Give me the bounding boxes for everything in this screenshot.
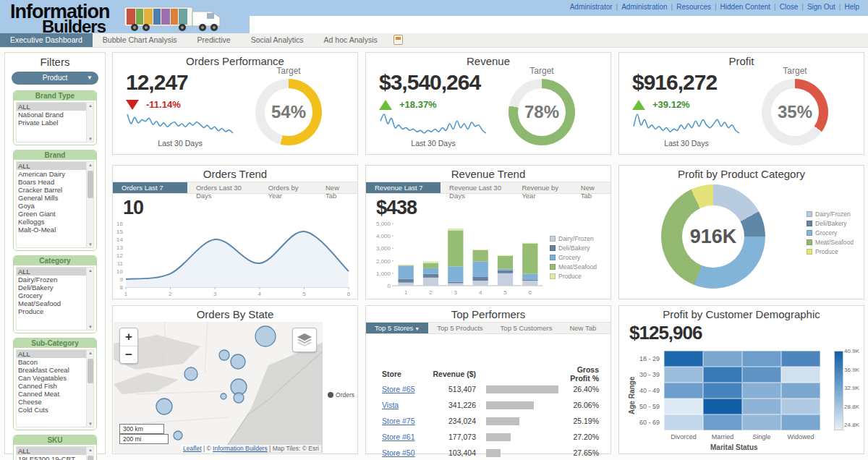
orders-trend-tab[interactable]: Orders Last 30 Days: [187, 182, 260, 193]
list-item[interactable]: ALL: [17, 268, 93, 276]
list-item[interactable]: Private Label: [17, 119, 93, 127]
heatmap-cell[interactable]: [742, 367, 781, 383]
heatmap-cell[interactable]: [664, 367, 703, 383]
list-item[interactable]: Can Vegatables: [17, 374, 93, 382]
store-link[interactable]: Store #65: [382, 385, 430, 393]
list-item[interactable]: Boars Head: [17, 178, 93, 186]
store-link[interactable]: Store #50: [382, 448, 430, 457]
heatmap-cell[interactable]: [703, 367, 742, 383]
list-item[interactable]: General Mills: [17, 194, 93, 202]
list-item[interactable]: ALL: [17, 350, 93, 358]
scroll-up-icon[interactable]: ▲: [88, 268, 93, 273]
list-item[interactable]: American Dairy: [17, 170, 93, 178]
tab-bubble-chart-analysis[interactable]: Bubble Chart Analysis: [93, 33, 187, 47]
heatmap-cell[interactable]: [664, 383, 703, 399]
revenue-trend-tab[interactable]: Revenue Last 7 Days ▼: [366, 182, 441, 193]
revenue-trend-tab[interactable]: Revenue Last 30 Days: [441, 182, 513, 193]
list-item[interactable]: Produce: [17, 307, 93, 315]
list-item[interactable]: Malt-O-Meal: [17, 226, 93, 234]
heatmap-cell[interactable]: [742, 383, 781, 399]
listbox-scrollbar[interactable]: ▲▼: [86, 350, 93, 427]
top-performers-tab[interactable]: Top 5 Products: [428, 323, 491, 333]
store-link[interactable]: Vista: [382, 401, 430, 409]
order-bubble[interactable]: [221, 393, 226, 399]
list-item[interactable]: ALL: [17, 162, 93, 170]
orders-trend-tab[interactable]: Orders Last 7 Days ▼: [113, 182, 187, 193]
list-item[interactable]: ALL: [17, 447, 93, 455]
store-link[interactable]: Store #75: [382, 417, 430, 425]
list-item[interactable]: Cheese: [17, 398, 93, 406]
header-link-close[interactable]: Close: [778, 3, 800, 11]
tab-predictive[interactable]: Predictive: [187, 33, 241, 47]
listbox-scrollbar[interactable]: ▲▼: [86, 162, 93, 247]
list-item[interactable]: Meat/Seafood: [17, 299, 93, 307]
header-link-sign-out[interactable]: Sign Out: [806, 3, 837, 11]
scrollbar-thumb[interactable]: [88, 456, 93, 460]
list-item[interactable]: ALL: [17, 103, 93, 111]
list-item[interactable]: Green Giant: [17, 210, 93, 218]
revenue-trend-tab[interactable]: Revenue by Year: [513, 182, 571, 193]
scroll-down-icon[interactable]: ▼: [88, 325, 93, 329]
tab-ad-hoc-analysis[interactable]: Ad hoc Analysis: [314, 33, 388, 47]
listbox-scrollbar[interactable]: ▲▼: [86, 447, 93, 460]
top-performers-tab[interactable]: Top 5 Stores ▼: [366, 323, 428, 333]
order-bubble[interactable]: [219, 350, 229, 360]
header-link-hidden-content[interactable]: Hidden Content: [719, 3, 773, 11]
heatmap-cell[interactable]: [664, 399, 703, 414]
heatmap-cell[interactable]: [781, 414, 820, 430]
filter-listbox[interactable]: ALLNational BrandPrivate Label▲▼: [16, 102, 94, 142]
list-item[interactable]: Goya: [17, 202, 93, 210]
list-item[interactable]: Cracker Barrel: [17, 186, 93, 194]
store-link[interactable]: Store #61: [382, 433, 430, 441]
heatmap-cell[interactable]: [664, 351, 703, 367]
scroll-down-icon[interactable]: ▼: [88, 137, 93, 141]
filter-listbox[interactable]: ALLDairy/FrozenDeli/BakeryGroceryMeat/Se…: [16, 267, 94, 331]
tab-social-analytics[interactable]: Social Analytics: [241, 33, 314, 47]
orders-trend-tab[interactable]: New Tab: [317, 182, 357, 193]
header-link-help[interactable]: Help: [843, 3, 861, 11]
order-bubble[interactable]: [174, 431, 182, 440]
scroll-up-icon[interactable]: ▲: [88, 163, 93, 167]
zoom-in-button[interactable]: +: [120, 328, 137, 346]
header-link-resources[interactable]: Resources: [675, 3, 712, 11]
scroll-up-icon[interactable]: ▲: [88, 448, 93, 452]
product-dropdown[interactable]: Product ▼: [12, 72, 98, 85]
list-item[interactable]: Bacon: [17, 358, 93, 366]
heatmap-cell[interactable]: [781, 383, 820, 399]
list-item[interactable]: Canned Meat: [17, 390, 93, 398]
order-bubble[interactable]: [255, 326, 276, 346]
header-link-administration[interactable]: Administration: [620, 3, 668, 11]
heatmap-cell[interactable]: [781, 367, 820, 383]
order-bubble[interactable]: [184, 367, 197, 380]
list-item[interactable]: 19LE5300 19-CRT: [17, 455, 93, 460]
list-item[interactable]: National Brand: [17, 111, 93, 119]
orders-trend-tab[interactable]: Orders by Year: [260, 182, 317, 193]
map-canvas[interactable]: +−300 km200 miLeaflet | © Information Bu…: [114, 322, 323, 453]
attribution-link[interactable]: Leaflet: [183, 445, 202, 452]
revenue-trend-tab[interactable]: New Tab: [572, 182, 610, 193]
heatmap-cell[interactable]: [703, 351, 742, 367]
list-item[interactable]: Cold Cuts: [17, 406, 93, 414]
list-item[interactable]: Canned Fish: [17, 382, 93, 390]
scroll-up-icon[interactable]: ▲: [88, 351, 93, 355]
scroll-up-icon[interactable]: ▲: [88, 103, 93, 108]
list-item[interactable]: Dairy/Frozen: [17, 276, 93, 284]
heatmap-cell[interactable]: [703, 399, 742, 414]
filter-listbox[interactable]: ALLBaconBreakfast CerealCan VegatablesCa…: [16, 349, 94, 427]
listbox-scrollbar[interactable]: ▲▼: [86, 268, 93, 330]
list-item[interactable]: Kelloggs: [17, 218, 93, 226]
top-performers-tab[interactable]: Top 5 Customers: [492, 323, 561, 333]
heatmap-cell[interactable]: [742, 351, 781, 367]
top-performers-tab[interactable]: New Tab: [561, 323, 605, 333]
listbox-scrollbar[interactable]: ▲▼: [86, 103, 93, 142]
scrollbar-thumb[interactable]: [88, 359, 93, 383]
order-bubble[interactable]: [234, 393, 244, 403]
order-bubble[interactable]: [231, 354, 245, 369]
scroll-down-icon[interactable]: ▼: [88, 422, 93, 426]
scroll-down-icon[interactable]: ▼: [88, 242, 93, 247]
zoom-out-button[interactable]: −: [120, 346, 137, 363]
header-link-administrator[interactable]: Administrator: [569, 3, 614, 11]
new-page-icon[interactable]: [393, 35, 403, 45]
heatmap-cell[interactable]: [742, 399, 781, 414]
list-item[interactable]: Deli/Bakery: [17, 284, 93, 291]
